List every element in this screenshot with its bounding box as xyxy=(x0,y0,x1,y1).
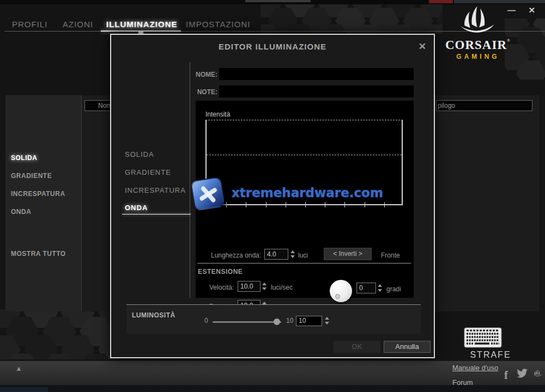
effects-sidebar xyxy=(5,95,82,311)
tab-impostazioni[interactable]: IMPOSTAZIONI xyxy=(186,20,250,29)
dialog-vertical-divider xyxy=(190,62,190,298)
velocita-stepper[interactable] xyxy=(262,282,267,291)
invert-button[interactable]: < Inverti > xyxy=(324,248,372,260)
taskbar-sliver-accent xyxy=(0,387,48,392)
footer-expand-arrow-icon[interactable]: ▲ xyxy=(15,364,22,372)
wavelength-stepper[interactable] xyxy=(290,250,295,259)
footer-bar: ▲ Manuale d'uso Forum f xyxy=(0,361,545,385)
background-window-sliver xyxy=(245,0,311,2)
luminosita-panel: LUMINOSITÀ 0 10 10 xyxy=(126,304,421,334)
luminosita-slider-track[interactable] xyxy=(213,321,281,323)
slider-min-label: 0 xyxy=(204,317,208,324)
estensione-title: ESTENSIONE xyxy=(198,268,243,275)
dial-indicator-dot xyxy=(335,294,340,299)
sidebar-item-mostra-tutto[interactable]: MOSTRA TUTTO xyxy=(11,250,66,258)
strafe-keyboard-icon xyxy=(464,327,502,351)
note-input[interactable] xyxy=(219,85,414,97)
dialog-menu-increspatura[interactable]: INCRESPATURA xyxy=(125,186,186,194)
dialog-menu-active-underline xyxy=(122,214,191,215)
gradi-unit: gradi xyxy=(386,285,401,293)
tab-azioni[interactable]: AZIONI xyxy=(63,20,93,29)
direction-dial[interactable] xyxy=(330,280,352,302)
corsair-sails-icon-small[interactable] xyxy=(532,369,544,380)
dialog-close-icon[interactable]: ✕ xyxy=(419,41,426,52)
list-item-clipped: pilogo xyxy=(436,100,532,111)
wave-editor-panel: Intensità xtremehardware.com Lunghezza o… xyxy=(196,101,414,298)
gradi-stepper[interactable] xyxy=(378,284,383,292)
tab-profili[interactable]: PROFILI xyxy=(12,20,47,29)
wavelength-label: Lunghezza onda: xyxy=(211,252,261,259)
dialog-menu-solida[interactable]: SOLIDA xyxy=(125,150,154,158)
brand-subtitle: GAMING xyxy=(443,53,513,60)
ok-button[interactable]: OK xyxy=(334,341,380,353)
luminosita-value-input[interactable]: 10 xyxy=(296,316,322,326)
dialog-menu-onda[interactable]: ONDA xyxy=(125,204,148,212)
annulla-button[interactable]: Annulla xyxy=(384,341,431,353)
sidebar-item-gradiente[interactable]: GRADIENTE xyxy=(11,172,52,180)
slider-max-label: 10 xyxy=(286,317,293,324)
gradi-input[interactable]: 0 xyxy=(356,283,376,293)
dialog-title: EDITOR ILLUMINAZIONE xyxy=(111,42,434,51)
wavelength-input[interactable]: 4.0 xyxy=(264,249,288,260)
sidebar-item-solida[interactable]: SOLIDA xyxy=(11,154,37,162)
tab-illuminazione[interactable]: ILLUMINAZIONE xyxy=(106,20,178,29)
watermark-text: xtremehardware.com xyxy=(232,186,383,200)
device-name-label[interactable]: STRAFE xyxy=(461,350,520,360)
list-header-nome: Nome xyxy=(84,100,111,111)
corsair-sails-icon xyxy=(455,5,501,36)
background-window-sliver-red xyxy=(429,0,453,3)
hex-pattern-bottom-left xyxy=(0,309,119,359)
wavelength-unit: luci xyxy=(298,252,308,259)
minimize-button[interactable]: — xyxy=(507,5,516,15)
nome-label: NOME: xyxy=(187,71,217,78)
luminosita-stepper[interactable] xyxy=(325,316,330,325)
corsair-logo: CORSAIR® GAMING xyxy=(443,5,513,63)
hex-pattern-top xyxy=(261,3,443,34)
velocita-label: Velocità: xyxy=(209,284,234,291)
manual-link[interactable]: Manuale d'uso xyxy=(452,364,498,372)
background-window-sliver-gray xyxy=(454,0,545,3)
dialog-menu-gradiente[interactable]: GRADIENTE xyxy=(125,168,171,176)
facebook-icon[interactable]: f xyxy=(504,369,508,382)
watermark-x-icon xyxy=(190,176,225,211)
sidebar-item-onda[interactable]: ONDA xyxy=(11,208,31,216)
lighting-editor-dialog: EDITOR ILLUMINAZIONE ✕ SOLIDA GRADIENTE … xyxy=(110,34,435,358)
velocita-input[interactable]: 10.0 xyxy=(238,281,261,292)
sidebar-item-increspatura[interactable]: INCRESPATURA xyxy=(11,190,65,198)
corsair-gaming-window: PROFILI AZIONI ILLUMINAZIONE IMPOSTAZION… xyxy=(0,0,545,392)
luminosita-slider-handle[interactable] xyxy=(274,318,280,325)
luminosita-title: LUMINOSITÀ xyxy=(132,311,175,319)
window-close-button[interactable]: ✕ xyxy=(528,5,535,15)
graph-mid-gridline xyxy=(207,155,402,155)
note-label: NOTE: xyxy=(187,88,217,96)
estensione-divider xyxy=(197,263,411,264)
registered-mark: ® xyxy=(507,38,511,43)
nome-input[interactable] xyxy=(219,68,414,80)
velocita-unit: luci/sec xyxy=(271,284,293,291)
taskbar-sliver xyxy=(0,385,545,392)
brand-name: CORSAIR® xyxy=(443,38,513,52)
twitter-icon[interactable] xyxy=(517,369,528,380)
graph-intensity-label: Intensità xyxy=(205,111,230,118)
front-label: Fronte xyxy=(381,252,400,259)
